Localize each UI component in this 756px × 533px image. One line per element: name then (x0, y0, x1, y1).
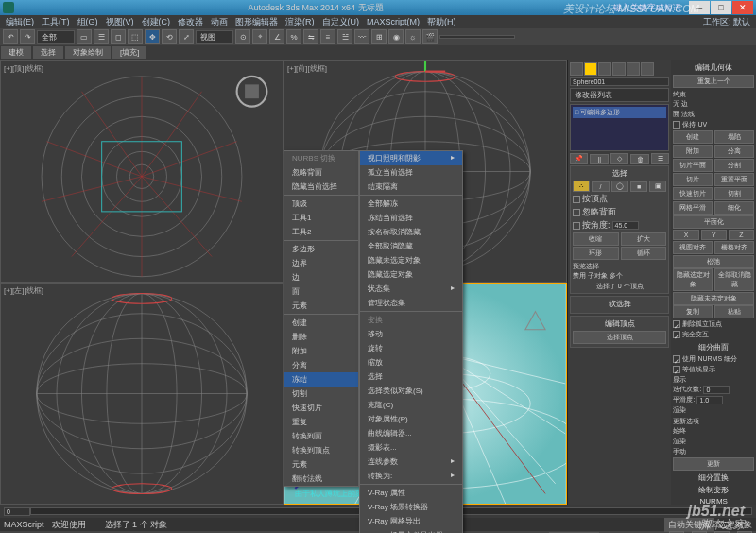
ribbon-selection[interactable]: 选择 (33, 46, 63, 59)
ctx-clone[interactable]: 克隆(C) (360, 398, 462, 412)
angle-spinner[interactable]: 45.0 (612, 221, 639, 230)
isoline-check[interactable] (673, 366, 680, 373)
tab-create[interactable] (570, 62, 583, 76)
smoothness-spinner[interactable]: 1.0 (696, 396, 723, 404)
slice-button[interactable]: 切片 (673, 173, 713, 186)
scale-button[interactable]: ⤢ (179, 29, 194, 44)
border-subobj[interactable]: ◯ (611, 181, 628, 192)
by-angle-check[interactable] (573, 222, 580, 230)
ctx-select-similar[interactable]: 选择类似对象(S) (360, 384, 462, 398)
ctx-item[interactable]: 隐藏未选定对象 (360, 253, 462, 267)
vp-left-label[interactable]: [+][左][线框] (4, 285, 43, 296)
ctx-convert-to[interactable]: 转换为: (360, 469, 462, 483)
ctx-item[interactable]: 快速切片 (284, 401, 358, 415)
attach-button[interactable]: 附加 (673, 145, 713, 158)
reset-plane-button[interactable]: 重置平面 (714, 173, 754, 186)
ctx-scale[interactable]: 缩放 (360, 355, 462, 370)
ctx-curve-editor[interactable]: 曲线编辑器... (360, 426, 462, 440)
copy-button[interactable]: 复制 (673, 305, 713, 318)
ctx-item[interactable]: 分离 (284, 358, 358, 372)
ctx-item[interactable]: 全部取消隐藏 (360, 239, 462, 253)
snap-button[interactable]: ⌖ (252, 29, 267, 44)
move-button[interactable]: ✥ (145, 29, 160, 44)
layer-button[interactable]: ☱ (337, 29, 352, 44)
ctx-item[interactable]: 边界 (284, 256, 358, 270)
del-iso-check[interactable] (673, 320, 680, 328)
menu-modifiers[interactable]: 修改器 (178, 16, 203, 28)
grid-align-button[interactable]: 栅格对齐 (714, 241, 754, 254)
ctx-vray-mesh-export[interactable]: V-Ray 网格导出 (360, 514, 462, 528)
menu-help[interactable]: 帮助(H) (427, 16, 456, 28)
ribbon-modeling[interactable]: 建模 (1, 46, 31, 59)
z-button[interactable]: Z (729, 230, 754, 240)
hide-sel-button[interactable]: 隐藏选定对象 (673, 268, 713, 291)
maximize-button[interactable]: □ (711, 1, 731, 14)
ctx-item[interactable]: 顶级 (284, 197, 358, 211)
poly-subobj[interactable]: ■ (630, 181, 647, 192)
ctx-obj-props[interactable]: 对象属性(P)... (360, 412, 462, 426)
selection-rollout-title[interactable]: 选择 (573, 168, 666, 179)
ctx-move[interactable]: 移动 (360, 327, 462, 341)
ctx-wire-params[interactable]: 连线参数 (360, 455, 462, 469)
percent-snap-button[interactable]: % (286, 29, 301, 44)
repeat-last-button[interactable]: 重复上一个 (673, 75, 754, 88)
align-button[interactable]: ≡ (320, 29, 335, 44)
menu-group[interactable]: 组(G) (77, 16, 98, 28)
material-button[interactable]: ◉ (388, 29, 404, 44)
menu-animation[interactable]: 动画 (211, 16, 228, 28)
tessellate-button[interactable]: 细化 (714, 201, 754, 215)
viewport-top[interactable]: [+][顶][线框] (0, 60, 284, 283)
menu-maxscript[interactable]: MAXScript(M) (367, 17, 420, 26)
ctx-item[interactable]: 全部解冻 (360, 197, 462, 211)
ctx-item[interactable]: 切割 (284, 387, 358, 401)
ctx-item[interactable]: 孤立当前选择 (360, 165, 462, 180)
full-interact-check[interactable] (673, 331, 680, 338)
ribbon-objpaint[interactable]: 对象绘制 (65, 46, 111, 59)
pivot-button[interactable]: ⊙ (235, 29, 250, 44)
quickslice-button[interactable]: 快速切片 (673, 187, 713, 200)
hide-unsel-button[interactable]: 隐藏未选定对象 (673, 292, 754, 305)
tab-modify[interactable] (584, 62, 597, 76)
cut-button[interactable]: 切割 (714, 187, 754, 200)
paste-button[interactable]: 粘贴 (714, 305, 754, 318)
menu-create[interactable]: 创建(C) (142, 16, 171, 28)
ctx-item[interactable]: 冻结当前选择 (360, 211, 462, 225)
menu-tools[interactable]: 工具(T) (42, 16, 70, 28)
maxscript-label[interactable]: MAXScript (4, 520, 44, 529)
show-result-button[interactable]: || (590, 154, 608, 164)
ctx-item[interactable]: 重复 (284, 415, 358, 429)
sel-verts-button[interactable]: 选择顶点 (573, 331, 666, 344)
use-nurms-check[interactable] (673, 355, 680, 363)
ctx-item[interactable]: 状态集 (360, 282, 462, 296)
vp-front-label[interactable]: [+][前][线框] (287, 63, 327, 74)
curve-editor-button[interactable]: 〰 (354, 29, 369, 44)
rect-select-button[interactable]: ◻ (111, 29, 126, 44)
ctx-vray-props[interactable]: V-Ray 属性 (360, 486, 462, 500)
ref-coord[interactable]: 视图 (196, 30, 233, 44)
menu-view[interactable]: 视图(V) (106, 16, 134, 28)
softsel-rollout[interactable]: 软选择 (573, 299, 666, 309)
nurms-title[interactable]: 细分曲面 (673, 342, 754, 352)
unhide-all-button[interactable]: 全部取消隐藏 (714, 268, 754, 291)
msmooth-button[interactable]: 网格平滑 (673, 201, 713, 215)
by-vertex-check[interactable] (573, 196, 580, 203)
mirror-button[interactable]: ⇋ (303, 29, 318, 44)
edit-verts-rollout[interactable]: 编辑顶点 (573, 318, 666, 329)
ctx-item[interactable]: 转换到面 (284, 429, 358, 443)
ctx-item[interactable]: 翻转法线 (284, 472, 358, 486)
schematic-button[interactable]: ⊞ (371, 29, 387, 44)
ctx-item[interactable]: 元素 (284, 299, 358, 313)
ctx-item[interactable]: 边 (284, 270, 358, 284)
ctx-item[interactable]: 隐藏选定对象 (360, 267, 462, 282)
ring-button[interactable]: 环形 (573, 247, 619, 260)
ctx-item[interactable]: 转换到顶点 (284, 443, 358, 457)
ctx-item[interactable]: 删除 (284, 330, 358, 344)
shrink-button[interactable]: 收缩 (573, 232, 619, 246)
y-button[interactable]: Y (701, 230, 727, 240)
vertex-subobj[interactable]: ∴ (573, 181, 590, 192)
ctx-item-freeze[interactable]: 冻结 (284, 372, 358, 387)
ribbon-populate[interactable]: [填充] (112, 46, 146, 59)
render-preset[interactable] (439, 35, 515, 39)
vp-top-label[interactable]: [+][顶][线框] (4, 63, 43, 74)
modifier-list[interactable]: 修改器列表 (570, 88, 669, 102)
